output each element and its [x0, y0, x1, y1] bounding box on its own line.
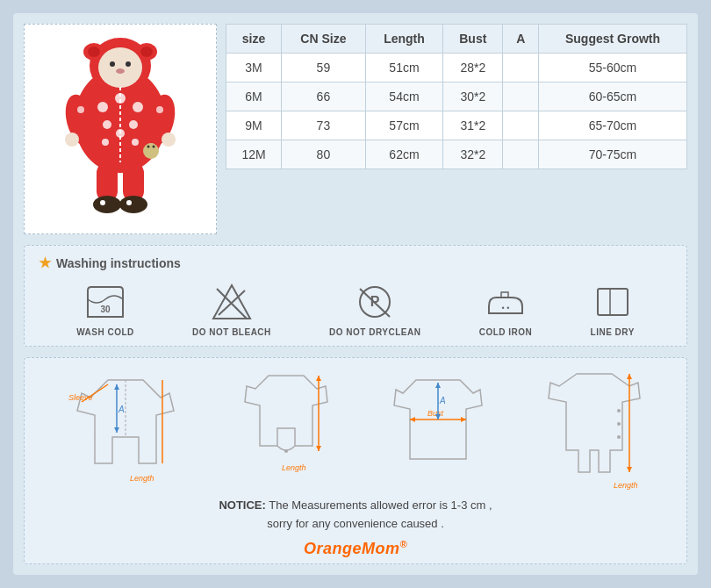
product-image-box	[24, 24, 217, 234]
table-cell-0-0: 3M	[226, 54, 282, 82]
svg-text:30: 30	[100, 305, 111, 314]
diagram-svg-2: Length	[238, 367, 334, 490]
washing-section: ★ Washing instructions 30 WASH COLD	[24, 245, 687, 347]
wash-cold-icon: 30	[83, 282, 127, 322]
svg-text:Length: Length	[282, 463, 306, 472]
notice-body2: sorry for any convenience caused .	[267, 517, 444, 530]
svg-point-29	[100, 200, 105, 205]
svg-text:A: A	[439, 396, 446, 405]
diagram-svg-4: Length	[542, 367, 647, 490]
washing-title: ★ Washing instructions	[39, 255, 672, 271]
svg-marker-58	[316, 376, 321, 381]
table-cell-0-3: 28*2	[443, 54, 503, 82]
table-row: 3M5951cm28*255-60cm	[226, 54, 687, 82]
diagram-bust: Bust A	[385, 367, 491, 490]
svg-point-8	[110, 61, 115, 67]
table-cell-3-4	[503, 140, 539, 169]
wash-cold-label: WASH COLD	[76, 327, 134, 337]
cold-iron-label: COLD IRON	[479, 327, 533, 337]
line-dry-icon	[591, 282, 635, 322]
svg-marker-74	[627, 467, 632, 472]
table-cell-3-3: 32*2	[443, 140, 503, 169]
wash-cold-item: 30 WASH COLD	[76, 282, 134, 337]
no-dryclean-icon: P	[353, 282, 397, 322]
table-cell-1-1: 66	[282, 82, 366, 111]
brand-footer: OrangeMom®	[39, 539, 672, 558]
svg-point-11	[97, 102, 108, 112]
svg-rect-45	[598, 289, 628, 315]
svg-point-28	[119, 196, 147, 213]
top-section: size CN Size Length Bust A Suggest Growt…	[24, 24, 687, 234]
col-header-bust: Bust	[443, 25, 503, 54]
svg-text:Length: Length	[130, 474, 154, 483]
cold-iron-item: • • COLD IRON	[479, 282, 533, 337]
no-bleach-item: DO NOT BLEACH	[192, 282, 271, 337]
size-table-wrapper: size CN Size Length Bust A Suggest Growt…	[226, 24, 687, 234]
notice-body: The Measurements allowed error is 1-3 cm…	[266, 498, 492, 512]
svg-point-71	[617, 435, 621, 439]
svg-marker-62	[410, 417, 415, 422]
table-cell-3-5: 70-75cm	[539, 140, 687, 169]
no-dryclean-item: P DO NOT DRYCLEAN	[329, 282, 420, 337]
svg-point-35	[153, 146, 155, 148]
svg-point-30	[126, 200, 132, 205]
col-header-suggest: Suggest Growth	[539, 25, 687, 54]
svg-point-23	[162, 133, 176, 147]
svg-point-6	[140, 47, 153, 57]
svg-point-5	[88, 47, 100, 57]
star-icon: ★	[39, 255, 51, 271]
measurement-section: Sleeve A Length	[24, 357, 687, 564]
svg-point-34	[147, 146, 150, 148]
table-cell-1-0: 6M	[226, 82, 282, 111]
table-row: 9M7357cm31*265-70cm	[226, 111, 687, 140]
table-cell-1-2: 54cm	[365, 82, 442, 111]
table-cell-0-5: 55-60cm	[539, 54, 687, 82]
svg-point-21	[77, 106, 84, 113]
brand-name: OrangeMom	[304, 540, 400, 557]
cold-iron-icon: • •	[484, 282, 528, 322]
col-header-a: A	[503, 25, 539, 54]
table-cell-2-5: 65-70cm	[539, 111, 687, 140]
svg-point-69	[617, 409, 621, 412]
col-header-cn: CN Size	[282, 25, 366, 54]
table-cell-0-4	[503, 54, 539, 82]
diagram-romper-front: Sleeve A Length	[64, 367, 187, 490]
diagram-svg-1: Sleeve A Length	[64, 367, 187, 490]
table-cell-1-3: 30*2	[443, 82, 503, 111]
svg-point-18	[132, 139, 139, 146]
svg-point-27	[93, 196, 121, 213]
svg-point-14	[103, 120, 111, 129]
col-header-size: size	[226, 25, 282, 54]
svg-text:Bust: Bust	[427, 409, 444, 418]
table-cell-2-4	[503, 111, 539, 140]
table-cell-3-2: 62cm	[365, 140, 442, 169]
brand-symbol: ®	[399, 539, 407, 549]
table-cell-1-5: 60-65cm	[539, 82, 687, 111]
table-cell-3-1: 80	[282, 140, 366, 169]
svg-text:Sleeve: Sleeve	[68, 393, 93, 402]
diagram-full-suit: Length	[542, 367, 647, 490]
svg-text:A: A	[118, 405, 125, 414]
svg-marker-59	[316, 446, 321, 451]
table-cell-2-2: 57cm	[365, 111, 442, 140]
table-cell-2-1: 73	[282, 111, 366, 140]
line-dry-item: LINE DRY	[591, 282, 635, 337]
svg-point-20	[65, 133, 79, 147]
no-dryclean-label: DO NOT DRYCLEAN	[329, 327, 420, 337]
svg-marker-63	[461, 417, 466, 422]
notice-text: NOTICE: The Measurements allowed error i…	[39, 497, 672, 534]
table-row: 6M6654cm30*260-65cm	[226, 82, 687, 111]
notice-label: NOTICE:	[219, 498, 265, 512]
svg-text:•  •: • •	[502, 304, 510, 312]
table-cell-0-2: 51cm	[365, 54, 442, 82]
product-image	[37, 32, 204, 226]
table-cell-2-0: 9M	[226, 111, 282, 140]
svg-marker-66	[435, 383, 441, 388]
washing-icons-row: 30 WASH COLD DO NOT BLEACH P	[39, 282, 672, 337]
size-table: size CN Size Length Bust A Suggest Growt…	[226, 24, 687, 169]
svg-point-24	[156, 106, 163, 113]
svg-point-70	[617, 422, 621, 426]
diagram-svg-3: Bust A	[385, 367, 491, 490]
washing-title-text: Washing instructions	[56, 256, 181, 270]
svg-point-13	[133, 102, 143, 112]
